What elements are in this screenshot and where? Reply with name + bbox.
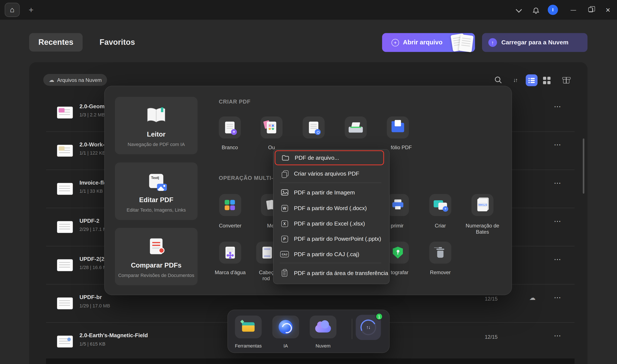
tool-encrypt-button[interactable]	[387, 242, 409, 264]
tab-favoritos-label: Favoritos	[100, 38, 135, 47]
menu-item-pdf-from-powerpoint[interactable]: P PDF a partir do PowerPoint (.pptx)	[275, 231, 384, 246]
new-tab-button[interactable]: +	[25, 4, 37, 16]
menu-divider	[280, 183, 381, 183]
restore-button[interactable]	[585, 4, 596, 16]
file-more-button[interactable]: ⋯	[548, 330, 567, 341]
tool-create-button[interactable]	[429, 194, 451, 216]
menu-item-label: PDF a partir de Imagem	[294, 189, 355, 195]
tool-remove-button[interactable]	[429, 242, 451, 264]
blank-page-icon: +	[225, 122, 234, 133]
menu-item-label: PDF de arquivo...	[295, 155, 339, 161]
home-button[interactable]: ⌂	[5, 3, 20, 17]
file-more-button[interactable]: ⋯	[548, 101, 567, 113]
folder-icon	[281, 154, 290, 162]
dock-cloud-button[interactable]	[310, 315, 337, 338]
create-item-label: fólio PDF	[391, 144, 412, 151]
upload-to-cloud-label: Carregar para a Nuvem	[501, 39, 568, 46]
menu-item-pdf-from-caj[interactable]: CAJ PDF a partir do CAJ (.caj)	[275, 247, 384, 262]
next-row-partial	[46, 358, 575, 364]
file-name: Invoice-flo	[79, 180, 107, 186]
clipboard-icon	[280, 269, 289, 277]
menu-item-pdf-from-clipboard[interactable]: PDF a partir da área de transferência	[275, 266, 384, 281]
grid-view-icon	[543, 77, 546, 80]
file-thumbnail	[57, 106, 73, 118]
file-more-button[interactable]: ⋯	[548, 139, 567, 151]
tool-label: Converter	[207, 223, 254, 229]
file-name: UPDF-br	[79, 294, 102, 300]
file-name: UPDF-2(24	[79, 256, 107, 262]
dock-item-label: Ferramentas	[235, 343, 262, 349]
compare-pdfs-card[interactable]: Comparar PDFs Comparar Revisões de Docum…	[115, 228, 197, 285]
file-thumbnail	[57, 221, 73, 233]
create-pdf-context-menu: PDF de arquivo... Criar vários arquivos …	[273, 149, 389, 284]
file-more-button[interactable]: ⋯	[548, 292, 567, 303]
tool-converter-button[interactable]	[219, 194, 241, 216]
create-page-badge-button[interactable]	[303, 117, 325, 139]
grid-view-button[interactable]	[543, 74, 555, 86]
open-file-label: Abrir arquivo	[403, 39, 442, 46]
gift-button[interactable]	[560, 74, 572, 86]
create-portfolio-button[interactable]	[387, 117, 409, 139]
sync-progress-button[interactable]: ↑↓ 1	[356, 315, 381, 340]
sort-button[interactable]: ↓↑	[510, 75, 520, 85]
page-badge-icon	[309, 122, 318, 133]
reader-card[interactable]: Leitor Navegação de PDF com IA	[115, 97, 197, 154]
watermark-icon	[226, 247, 235, 259]
image-icon	[280, 188, 289, 196]
edit-pdf-card[interactable]: Text| Editar PDF Editar Texto, Imagens, …	[115, 162, 197, 220]
tab-recentes[interactable]: Recentes	[29, 33, 83, 52]
menu-item-pdf-from-excel[interactable]: X PDF a partir do Excel (.xlsx)	[275, 216, 384, 231]
print-icon	[392, 200, 403, 210]
upload-arrow-icon: ↑	[488, 38, 497, 47]
ellipsis-icon: ⋯	[554, 293, 561, 302]
sync-progress-ring-icon: ↑↓	[359, 317, 378, 338]
dock-item-label: Nuvem	[310, 343, 337, 349]
multi-section-title: OPERAÇÃO MULTI-	[219, 175, 274, 181]
tool-label: primir	[391, 223, 404, 229]
create-blank-button[interactable]: +	[219, 117, 241, 139]
dropdown-chevron-button[interactable]	[513, 5, 524, 16]
minimize-button[interactable]: —	[568, 4, 579, 16]
cloud-icon: ☁	[49, 77, 54, 83]
file-more-button[interactable]: ⋯	[548, 253, 567, 265]
create-from-scanner-button[interactable]	[345, 117, 367, 139]
dock-tools-button[interactable]	[235, 315, 262, 338]
close-icon: ×	[606, 5, 610, 14]
compare-doc-icon	[115, 233, 197, 259]
file-more-button[interactable]: ⋯	[548, 177, 567, 189]
tool-label: tografar	[391, 270, 408, 275]
sort-icon: ↓↑	[513, 77, 517, 83]
plus-icon: +	[29, 5, 34, 14]
cloud-files-filter-button[interactable]: ☁ Arquivos na Nuvem	[43, 74, 107, 86]
cloud-icon	[315, 325, 331, 333]
dock-ai-button[interactable]	[272, 315, 299, 338]
menu-item-pdf-from-file[interactable]: PDF de arquivo...	[275, 150, 384, 165]
file-meta: 1/5 | 615 KB	[79, 341, 105, 347]
scrollbar[interactable]	[583, 139, 584, 194]
cloud-files-label: Arquivos na Nuvem	[57, 77, 102, 83]
ellipsis-icon: ⋯	[554, 140, 561, 149]
open-file-button[interactable]: + Abrir arquivo	[382, 33, 475, 52]
create-templates-button[interactable]	[260, 117, 283, 139]
tool-watermark-button[interactable]	[219, 242, 241, 264]
converter-icon	[225, 200, 236, 210]
tool-label: Criar	[426, 223, 454, 229]
tool-print-button[interactable]	[387, 194, 409, 216]
tools-icon	[242, 322, 255, 333]
portfolio-icon	[391, 123, 404, 132]
menu-item-pdf-from-word[interactable]: W PDF a partir do Word (.docx)	[275, 201, 384, 216]
menu-item-create-multiple[interactable]: Criar vários arquivos PDF	[275, 166, 384, 181]
notifications-button[interactable]	[530, 4, 541, 16]
file-date: 12/15	[485, 296, 498, 302]
upload-to-cloud-button[interactable]: ↑ Carregar para a Nuvem	[482, 33, 587, 52]
tool-bates-button[interactable]: 000123	[471, 194, 493, 216]
search-button[interactable]	[493, 75, 503, 85]
close-button[interactable]: ×	[603, 4, 613, 16]
avatar[interactable]: I	[548, 5, 558, 15]
tab-favoritos[interactable]: Favoritos	[92, 33, 143, 52]
book-icon	[115, 102, 197, 128]
file-more-button[interactable]: ⋯	[548, 215, 567, 227]
restore-icon	[589, 8, 593, 12]
menu-item-pdf-from-image[interactable]: PDF a partir de Imagem	[275, 185, 384, 200]
list-view-button[interactable]	[526, 74, 538, 86]
